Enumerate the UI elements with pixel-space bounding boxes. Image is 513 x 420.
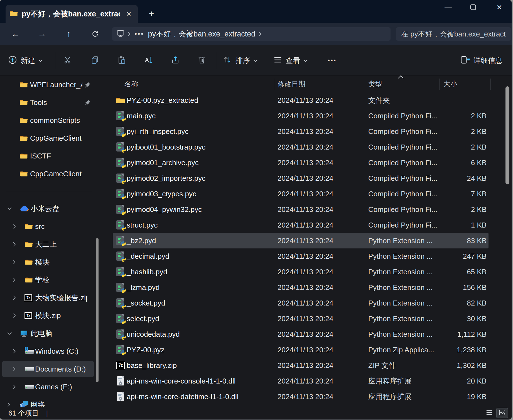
column-header-name[interactable]: 名称 xyxy=(124,79,138,89)
view-button[interactable]: 查看 xyxy=(273,53,308,68)
chevron-right-icon[interactable] xyxy=(13,278,16,282)
sidebar-item-dawu-report-zip[interactable]: 7z大物实验报告.zip xyxy=(0,289,111,307)
details-view-button[interactable] xyxy=(484,408,495,418)
tab-close-button[interactable]: ✕ xyxy=(124,9,134,19)
column-divider[interactable] xyxy=(439,79,440,90)
file-row[interactable]: struct.pyc2024/11/13 20:24Compiled Pytho… xyxy=(113,217,489,233)
chevron-right-icon[interactable] xyxy=(13,260,16,265)
file-row[interactable]: pyiboot01_bootstrap.pyc2024/11/13 20:24C… xyxy=(113,139,489,155)
file-row[interactable]: unicodedata.pyd2024/11/13 20:24Python Ex… xyxy=(113,326,489,342)
sidebar-item-network[interactable]: 网络 xyxy=(0,396,111,407)
column-divider[interactable] xyxy=(490,79,491,90)
sidebar-item-wpflauncher-au[interactable]: WPFLauncher_Au xyxy=(0,76,111,94)
sidebar-item-games-e[interactable]: Games (E:) xyxy=(0,378,111,396)
file-name: struct.pyc xyxy=(127,221,158,229)
file-date-modified: 2024/11/13 20:24 xyxy=(278,268,333,276)
delete-button[interactable] xyxy=(194,53,210,68)
file-size: 2 KB xyxy=(417,112,487,120)
chevron-right-icon[interactable] xyxy=(258,31,261,37)
sidebar-item-cppgameclient-2[interactable]: CppGameClient xyxy=(0,165,111,183)
column-header-size[interactable]: 大小 xyxy=(443,79,457,89)
sidebar-item-da-er-shang[interactable]: 大二上 xyxy=(0,235,111,253)
file-row[interactable]: select.pyd2024/11/13 20:24Python Extensi… xyxy=(113,311,489,326)
items-count: 61 个项目 xyxy=(8,409,39,418)
file-list-scrollbar[interactable] xyxy=(505,86,509,184)
file-row[interactable]: 7zbase_library.zip2024/11/13 20:24ZIP 文件… xyxy=(113,358,489,373)
chevron-right-icon[interactable] xyxy=(13,313,16,318)
chevron-down-icon[interactable] xyxy=(7,332,12,335)
sidebar-item-xuexiao[interactable]: 学校 xyxy=(0,271,111,289)
file-row[interactable]: pyimod02_importers.pyc2024/11/13 20:24Co… xyxy=(113,170,489,186)
file-row[interactable]: _socket.pyd2024/11/13 20:24Python Extens… xyxy=(113,295,489,311)
new-button[interactable]: 新建 xyxy=(8,53,43,68)
share-button[interactable] xyxy=(168,53,183,68)
paste-button[interactable] xyxy=(114,53,129,68)
sort-button[interactable]: 排序 xyxy=(223,53,257,68)
python-icon xyxy=(116,219,126,231)
refresh-button[interactable] xyxy=(89,28,101,40)
file-row[interactable]: _hashlib.pyd2024/11/13 20:24Python Exten… xyxy=(113,264,489,280)
file-row[interactable]: PYZ-00.pyz2024/11/13 20:24Python Zip App… xyxy=(113,342,489,358)
file-row[interactable]: pyimod01_archive.pyc2024/11/13 20:24Comp… xyxy=(113,155,489,170)
more-options-button[interactable]: ••• xyxy=(324,53,340,68)
close-button[interactable]: ✕ xyxy=(492,0,507,14)
folder-icon xyxy=(24,223,33,230)
chevron-down-icon[interactable] xyxy=(7,207,12,210)
tab-active[interactable]: py不好，会被ban.exe_extracte ✕ xyxy=(6,5,138,23)
file-size: 24 KB xyxy=(417,174,487,183)
copy-button[interactable] xyxy=(87,53,103,68)
file-name: base_library.zip xyxy=(127,361,177,370)
file-name: main.pyc xyxy=(127,112,156,120)
chevron-right-icon[interactable] xyxy=(13,385,16,389)
sidebar-item-src[interactable]: src xyxy=(0,218,111,235)
column-divider[interactable] xyxy=(365,79,365,90)
breadcrumb-folder[interactable]: py不好，会被ban.exe_extracted xyxy=(148,29,256,39)
sidebar-item-this-pc[interactable]: 此电脑 xyxy=(0,324,111,342)
breadcrumb-ellipsis-button[interactable]: ••• xyxy=(133,30,145,38)
maximize-button[interactable] xyxy=(465,0,481,14)
sidebar-scrollbar[interactable] xyxy=(96,238,99,382)
forward-button[interactable]: → xyxy=(36,28,48,40)
cut-button[interactable] xyxy=(60,53,76,68)
file-row[interactable]: _bz2.pyd2024/11/13 20:24Python Extension… xyxy=(113,233,489,248)
rename-button[interactable] xyxy=(141,53,156,68)
details-pane-button[interactable]: 详细信息 xyxy=(461,53,502,68)
view-label: 查看 xyxy=(286,56,300,65)
file-row[interactable]: pyimod04_pywin32.pyc2024/11/13 20:24Comp… xyxy=(113,202,489,217)
back-button[interactable]: ← xyxy=(9,28,22,40)
file-row[interactable]: api-ms-win-core-console-l1-1-0.dll2024/1… xyxy=(113,373,489,389)
file-row[interactable]: main.pyc2024/11/13 20:24Compiled Python … xyxy=(113,108,489,124)
column-header-type[interactable]: 类型 xyxy=(368,79,382,89)
icons-view-icon xyxy=(499,409,506,417)
sidebar-item-mokuai-zip[interactable]: 7z模块.zip xyxy=(0,307,111,324)
sidebar-item-xiaomi-cloud[interactable]: 小米云盘 xyxy=(0,200,111,218)
column-divider[interactable] xyxy=(275,79,275,90)
file-row[interactable]: _decimal.pyd2024/11/13 20:24Python Exten… xyxy=(113,248,489,264)
column-header-date[interactable]: 修改日期 xyxy=(278,79,305,89)
sidebar-item-tools[interactable]: Tools xyxy=(0,94,111,111)
sidebar-item-cppgameclient[interactable]: CppGameClient xyxy=(0,129,111,147)
icons-view-button[interactable] xyxy=(497,408,508,418)
sidebar-item-windows-c[interactable]: Windows (C:) xyxy=(0,342,111,360)
file-row[interactable]: pyi_rth_inspect.pyc2024/11/13 20:24Compi… xyxy=(113,124,489,139)
sidebar-item-documents-d[interactable]: Documents (D:) xyxy=(0,360,111,378)
chevron-right-icon[interactable] xyxy=(7,402,10,407)
chevron-right-icon[interactable] xyxy=(13,242,16,247)
search-input[interactable] xyxy=(396,27,511,41)
chevron-right-icon[interactable] xyxy=(13,224,16,229)
file-row[interactable]: PYZ-00.pyz_extracted2024/11/13 20:24文件夹 xyxy=(113,92,489,108)
file-row[interactable]: pyimod03_ctypes.pyc2024/11/13 20:24Compi… xyxy=(113,186,489,202)
chevron-right-icon[interactable] xyxy=(13,367,16,372)
minimize-button[interactable]: — xyxy=(440,0,456,14)
file-name: pyiboot01_bootstrap.pyc xyxy=(127,143,205,152)
sidebar-item-isctf[interactable]: ISCTF xyxy=(0,147,111,165)
up-button[interactable]: ↑ xyxy=(63,28,75,40)
file-row[interactable]: _lzma.pyd2024/11/13 20:24Python Extensio… xyxy=(113,280,489,295)
sidebar-item-mokuai[interactable]: 模块 xyxy=(0,253,111,271)
address-bar[interactable]: ••• py不好，会被ban.exe_extracted xyxy=(112,27,391,41)
sidebar-item-commonscripts[interactable]: commonScripts xyxy=(0,111,111,129)
chevron-right-icon[interactable] xyxy=(13,296,16,300)
new-tab-button[interactable]: + xyxy=(146,8,157,19)
file-row[interactable]: api-ms-win-core-datetime-l1-1-0.dll2024/… xyxy=(113,389,489,404)
chevron-right-icon[interactable] xyxy=(13,349,16,354)
